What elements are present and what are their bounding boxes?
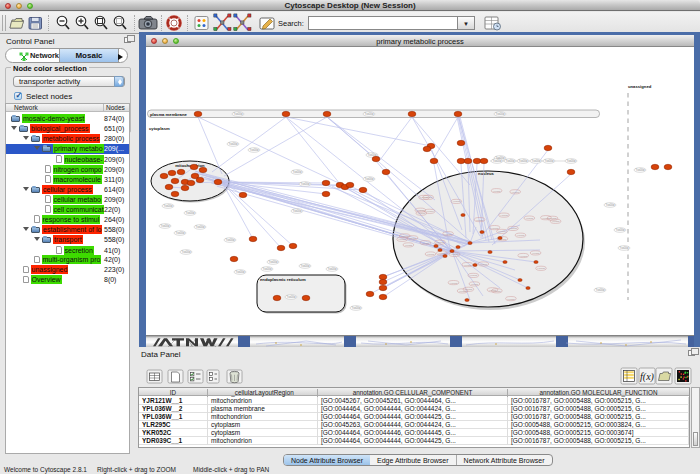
- svg-text:Yxx00w: Yxx00w: [605, 203, 614, 207]
- svg-text:Yxx00c: Yxx00c: [409, 237, 418, 240]
- svg-text:Yxx00c: Yxx00c: [459, 290, 468, 293]
- svg-text:Yxx00w: Yxx00w: [249, 148, 258, 152]
- svg-text:Yxx00w: Yxx00w: [492, 159, 501, 163]
- svg-text:Yxx00w: Yxx00w: [531, 159, 540, 163]
- svg-text:Yxx00c: Yxx00c: [511, 191, 520, 194]
- svg-text:Yxx00c: Yxx00c: [517, 234, 526, 237]
- svg-text:nucleus: nucleus: [478, 171, 494, 176]
- svg-text:Yxx00c: Yxx00c: [525, 217, 534, 220]
- svg-text:Yxx00w: Yxx00w: [160, 224, 169, 228]
- svg-text:Yxx00w: Yxx00w: [300, 182, 309, 186]
- svg-text:Yxx00w: Yxx00w: [235, 270, 244, 274]
- svg-text:Yxx00w: Yxx00w: [175, 231, 184, 235]
- svg-text:Yxx00c: Yxx00c: [444, 233, 453, 236]
- svg-text:Yxx00c: Yxx00c: [404, 244, 413, 247]
- svg-text:Yxx00c: Yxx00c: [426, 210, 435, 213]
- svg-text:Yxx00w: Yxx00w: [228, 142, 237, 146]
- svg-text:Yxx00w: Yxx00w: [292, 209, 301, 213]
- svg-text:Yxx00c: Yxx00c: [424, 196, 433, 199]
- svg-text:Yxx00c: Yxx00c: [552, 220, 561, 223]
- svg-text:f(x): f(x): [640, 371, 655, 383]
- svg-text:Yxx00c: Yxx00c: [436, 241, 445, 244]
- svg-text:Yxx00c: Yxx00c: [479, 263, 488, 266]
- svg-text:endoplasmic reticulum: endoplasmic reticulum: [260, 277, 306, 282]
- svg-text:Yxx00c: Yxx00c: [491, 227, 500, 230]
- svg-text:Yxx00c: Yxx00c: [463, 264, 472, 267]
- svg-text:Yxx00w: Yxx00w: [544, 159, 553, 163]
- svg-text:Yxx00w: Yxx00w: [615, 228, 624, 232]
- svg-text:Yxx00w: Yxx00w: [195, 225, 204, 229]
- svg-text:Yxx00c: Yxx00c: [421, 242, 430, 245]
- svg-text:Yxx00w: Yxx00w: [364, 112, 373, 116]
- svg-text:Yxx00w: Yxx00w: [518, 159, 527, 163]
- svg-text:Yxx00w: Yxx00w: [635, 168, 644, 172]
- svg-text:cytoplasm: cytoplasm: [149, 126, 170, 131]
- svg-text:Yxx00w: Yxx00w: [505, 159, 514, 163]
- svg-text:Yxx00w: Yxx00w: [300, 264, 309, 268]
- svg-text:Yxx00w: Yxx00w: [262, 267, 271, 271]
- svg-text:Yxx00w: Yxx00w: [364, 177, 373, 181]
- svg-text:Yxx00w: Yxx00w: [351, 306, 360, 310]
- svg-text:Yxx00c: Yxx00c: [450, 282, 459, 285]
- svg-text:plasma membrane: plasma membrane: [150, 112, 187, 117]
- svg-text:Yxx00w: Yxx00w: [566, 159, 575, 163]
- svg-text:Yxx00w: Yxx00w: [163, 204, 172, 208]
- svg-text:unassigned: unassigned: [628, 84, 652, 89]
- svg-text:Yxx00w: Yxx00w: [327, 267, 336, 271]
- svg-text:Yxx00c: Yxx00c: [476, 219, 485, 222]
- svg-text:Yxx00c: Yxx00c: [451, 253, 460, 256]
- svg-text:Yxx00c: Yxx00c: [470, 283, 479, 286]
- svg-text:Yxx00c: Yxx00c: [417, 212, 426, 215]
- svg-text:Yxx00w: Yxx00w: [286, 295, 295, 299]
- svg-text:Yxx00c: Yxx00c: [469, 274, 478, 277]
- svg-text:Yxx00c: Yxx00c: [498, 230, 507, 233]
- svg-text:Yxx00w: Yxx00w: [595, 288, 604, 292]
- svg-text:Yxx00w: Yxx00w: [292, 170, 301, 174]
- svg-text:Yxx00w: Yxx00w: [181, 250, 190, 254]
- svg-text:Yxx00c: Yxx00c: [398, 238, 407, 241]
- svg-text:Yxx00w: Yxx00w: [185, 211, 194, 215]
- svg-text:Yxx00c: Yxx00c: [519, 255, 528, 258]
- svg-text:Yxx00c: Yxx00c: [493, 290, 502, 293]
- svg-text:Yxx00c: Yxx00c: [500, 214, 509, 217]
- svg-text:Yxx00w: Yxx00w: [233, 112, 242, 116]
- svg-text:Yxx00c: Yxx00c: [537, 267, 546, 270]
- svg-text:Yxx00w: Yxx00w: [225, 238, 234, 242]
- svg-text:Yxx00c: Yxx00c: [507, 298, 516, 301]
- svg-text:Yxx00w: Yxx00w: [495, 112, 504, 116]
- svg-text:Yxx00c: Yxx00c: [509, 227, 518, 230]
- svg-text:Yxx00c: Yxx00c: [542, 217, 551, 220]
- svg-text:Yxx00c: Yxx00c: [493, 190, 502, 193]
- svg-text:Yxx00c: Yxx00c: [427, 253, 436, 256]
- svg-text:Yxx00w: Yxx00w: [619, 246, 628, 250]
- svg-text:Yxx00c: Yxx00c: [532, 252, 541, 255]
- svg-text:Yxx00w: Yxx00w: [268, 260, 277, 264]
- svg-text:Yxx00c: Yxx00c: [452, 200, 461, 203]
